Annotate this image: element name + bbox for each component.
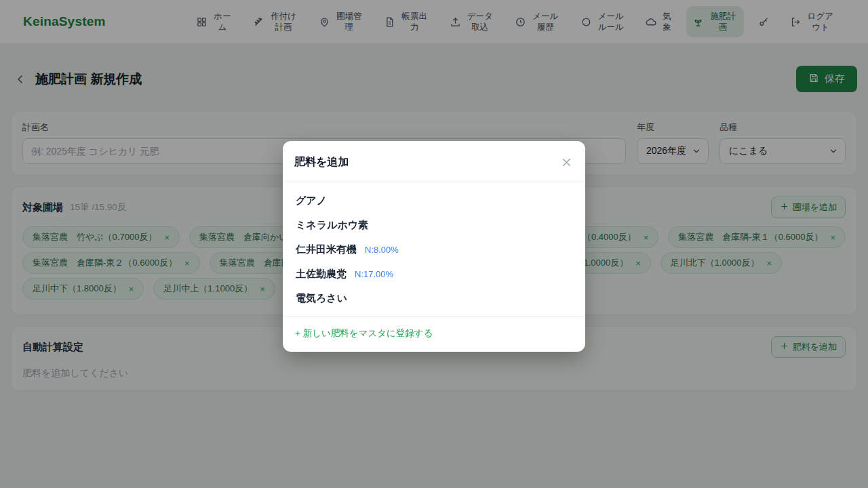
- fertilizer-list-item[interactable]: ミネラルホウ素: [295, 214, 573, 238]
- modal-title: 肥料を追加: [294, 155, 349, 169]
- fertilizer-list-item[interactable]: 電気ろさい: [295, 287, 573, 311]
- fertilizer-list-item[interactable]: 土佐勤農党 N:17.00%: [295, 262, 573, 287]
- close-icon[interactable]: [558, 154, 574, 170]
- fertilizer-list: グアノ ミネラルホウ素 仁井田米有機 N:8.00% 土佐勤農党 N:17.00…: [283, 182, 585, 317]
- add-fertilizer-modal: 肥料を追加 グアノ ミネラルホウ素 仁井田米有機 N:8.00% 土佐勤農党 N…: [283, 141, 585, 352]
- n-percentage: N:17.00%: [355, 269, 393, 279]
- fertilizer-list-item[interactable]: 仁井田米有機 N:8.00%: [295, 238, 573, 262]
- n-percentage: N:8.00%: [365, 245, 399, 255]
- fertilizer-list-item[interactable]: グアノ: [295, 189, 573, 214]
- register-new-fertilizer-link[interactable]: + 新しい肥料をマスタに登録する: [295, 328, 433, 338]
